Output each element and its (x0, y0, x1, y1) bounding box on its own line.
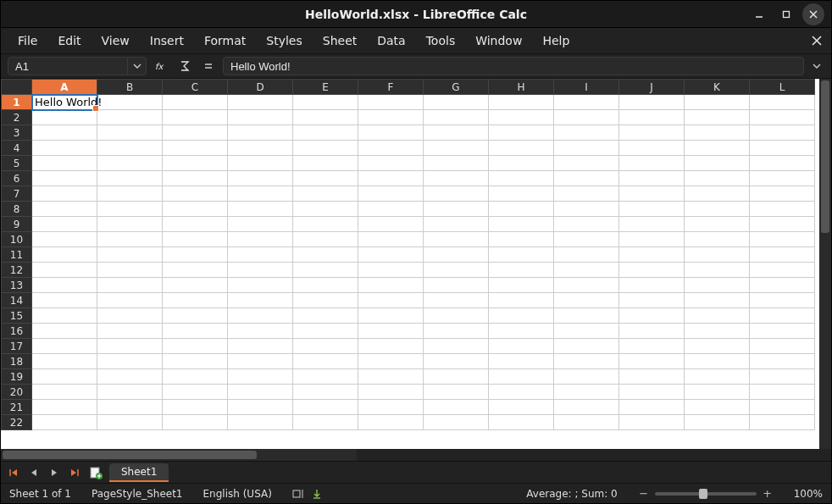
cell-E2[interactable] (293, 110, 358, 125)
formula-bar-expand[interactable] (809, 62, 824, 70)
cell-E13[interactable] (293, 278, 358, 293)
cell-L7[interactable] (750, 186, 815, 202)
function-wizard-button[interactable]: fx (152, 57, 170, 75)
cell-J6[interactable] (619, 171, 685, 186)
cell-C9[interactable] (163, 217, 228, 232)
document-close-button[interactable] (811, 28, 823, 53)
cell-I21[interactable] (554, 400, 619, 415)
cell-J22[interactable] (619, 415, 685, 430)
cell-I6[interactable] (554, 171, 619, 186)
column-header-J[interactable]: J (619, 80, 685, 95)
cell-B17[interactable] (97, 339, 163, 354)
column-header-F[interactable]: F (358, 80, 424, 95)
row-header-15[interactable]: 15 (2, 308, 32, 324)
row-header-17[interactable]: 17 (2, 339, 32, 354)
formula-input[interactable] (223, 57, 804, 75)
cell-J10[interactable] (619, 232, 685, 247)
row-header-10[interactable]: 10 (2, 232, 32, 247)
cell-G2[interactable] (424, 110, 489, 125)
cell-G17[interactable] (424, 339, 489, 354)
cell-F3[interactable] (358, 125, 424, 141)
cell-G11[interactable] (424, 247, 489, 263)
row-header-8[interactable]: 8 (2, 202, 32, 217)
cell-B15[interactable] (97, 308, 163, 324)
cell-D21[interactable] (228, 400, 293, 415)
cell-L18[interactable] (750, 354, 815, 369)
cell-B16[interactable] (97, 324, 163, 339)
cell-L3[interactable] (750, 125, 815, 141)
cell-D20[interactable] (228, 385, 293, 400)
cell-H19[interactable] (489, 369, 554, 385)
status-summary[interactable]: Average: ; Sum: 0 (526, 488, 617, 500)
cell-C14[interactable] (163, 293, 228, 308)
cell-F8[interactable] (358, 202, 424, 217)
cell-E15[interactable] (293, 308, 358, 324)
cell-I18[interactable] (554, 354, 619, 369)
cell-H3[interactable] (489, 125, 554, 141)
cell-F11[interactable] (358, 247, 424, 263)
cell-E9[interactable] (293, 217, 358, 232)
cell-K15[interactable] (685, 308, 750, 324)
column-header-K[interactable]: K (685, 80, 750, 95)
cell-I5[interactable] (554, 156, 619, 171)
row-header-7[interactable]: 7 (2, 186, 32, 202)
cell-F19[interactable] (358, 369, 424, 385)
cell-J17[interactable] (619, 339, 685, 354)
cell-B21[interactable] (97, 400, 163, 415)
cell-C21[interactable] (163, 400, 228, 415)
cell-B9[interactable] (97, 217, 163, 232)
cell-E20[interactable] (293, 385, 358, 400)
cell-L8[interactable] (750, 202, 815, 217)
zoom-slider-track[interactable] (655, 492, 757, 496)
cell-G18[interactable] (424, 354, 489, 369)
cell-B6[interactable] (97, 171, 163, 186)
cell-D19[interactable] (228, 369, 293, 385)
cell-I22[interactable] (554, 415, 619, 430)
cell-H7[interactable] (489, 186, 554, 202)
cell-H12[interactable] (489, 263, 554, 278)
cell-G22[interactable] (424, 415, 489, 430)
cell-F13[interactable] (358, 278, 424, 293)
cell-J5[interactable] (619, 156, 685, 171)
cell-A11[interactable] (32, 247, 97, 263)
cell-J8[interactable] (619, 202, 685, 217)
cell-G21[interactable] (424, 400, 489, 415)
cell-A12[interactable] (32, 263, 97, 278)
cell-F2[interactable] (358, 110, 424, 125)
menu-edit[interactable]: Edit (49, 30, 89, 51)
cell-B18[interactable] (97, 354, 163, 369)
cell-J9[interactable] (619, 217, 685, 232)
cell-E17[interactable] (293, 339, 358, 354)
cell-I16[interactable] (554, 324, 619, 339)
cell-A13[interactable] (32, 278, 97, 293)
tab-nav-last[interactable] (67, 465, 82, 480)
cell-J2[interactable] (619, 110, 685, 125)
cell-K14[interactable] (685, 293, 750, 308)
column-header-B[interactable]: B (97, 80, 163, 95)
row-header-1[interactable]: 1 (2, 95, 32, 110)
cell-I12[interactable] (554, 263, 619, 278)
cell-D12[interactable] (228, 263, 293, 278)
menu-view[interactable]: View (93, 30, 138, 51)
cell-G7[interactable] (424, 186, 489, 202)
cell-L13[interactable] (750, 278, 815, 293)
cell-B14[interactable] (97, 293, 163, 308)
row-header-22[interactable]: 22 (2, 415, 32, 430)
column-header-D[interactable]: D (228, 80, 293, 95)
tab-nav-next[interactable] (47, 465, 62, 480)
cell-L14[interactable] (750, 293, 815, 308)
name-box-dropdown[interactable] (127, 57, 146, 75)
row-header-2[interactable]: 2 (2, 110, 32, 125)
grid-viewport[interactable]: ABCDEFGHIJKL1Hello World!234567891011121… (1, 79, 819, 449)
zoom-percent[interactable]: 100% (794, 488, 823, 500)
cell-E12[interactable] (293, 263, 358, 278)
cell-B20[interactable] (97, 385, 163, 400)
cell-B10[interactable] (97, 232, 163, 247)
cell-E16[interactable] (293, 324, 358, 339)
menu-sheet[interactable]: Sheet (314, 30, 365, 51)
cell-I20[interactable] (554, 385, 619, 400)
cell-J4[interactable] (619, 141, 685, 156)
cell-A4[interactable] (32, 141, 97, 156)
cell-I19[interactable] (554, 369, 619, 385)
cell-B4[interactable] (97, 141, 163, 156)
